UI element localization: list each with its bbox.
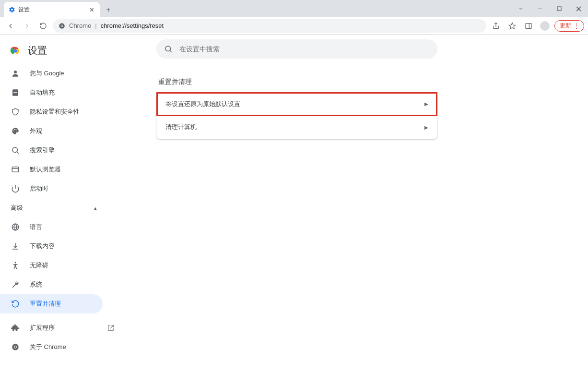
sidebar-item-default-browser[interactable]: 默认浏览器	[0, 160, 123, 179]
svg-point-13	[14, 71, 17, 73]
row-cleanup-computer[interactable]: 清理计算机 ▶	[157, 116, 437, 139]
row-restore-defaults[interactable]: 将设置还原为原始默认设置 ▶	[157, 93, 437, 116]
power-icon	[11, 184, 20, 193]
sidebar-item-label: 系统	[30, 280, 42, 289]
sidebar-item-system[interactable]: 系统	[0, 275, 123, 294]
maximize-button[interactable]	[550, 1, 569, 16]
chrome-icon	[59, 23, 65, 29]
sidebar-item-autofill[interactable]: 自动填充	[0, 83, 123, 102]
sidebar-item-onstartup[interactable]: 启动时	[0, 179, 123, 198]
settings-header: 设置	[0, 41, 123, 64]
gear-icon	[9, 6, 15, 13]
chevron-right-icon: ▶	[424, 125, 428, 130]
search-icon	[11, 146, 20, 155]
extension-icon	[11, 324, 20, 332]
wrench-icon	[11, 280, 20, 289]
close-icon[interactable]: ✕	[88, 6, 95, 13]
settings-search[interactable]	[156, 39, 437, 59]
close-window-button[interactable]	[569, 1, 588, 16]
search-icon	[164, 45, 173, 53]
sidebar-item-label: 启动时	[30, 184, 48, 193]
row-label: 将设置还原为原始默认设置	[165, 100, 240, 108]
sidebar-item-you-and-google[interactable]: 您与 Google	[0, 64, 123, 83]
sidebar-item-label: 扩展程序	[30, 324, 55, 332]
sidebar-item-label: 外观	[30, 127, 42, 135]
svg-point-29	[15, 262, 16, 264]
browser-toolbar: Chrome | chrome://settings/reset 更新 ⋮	[0, 17, 588, 35]
shield-icon	[11, 108, 20, 116]
sidebar-item-extensions[interactable]: 扩展程序	[0, 318, 123, 337]
sidebar-item-privacy[interactable]: 隐私设置和安全性	[0, 102, 123, 121]
section-title: 重置并清理	[158, 78, 588, 86]
chevron-down-icon[interactable]	[511, 1, 530, 16]
svg-point-6	[61, 25, 63, 27]
browser-icon	[11, 165, 20, 174]
sidebar-item-accessibility[interactable]: 无障碍	[0, 256, 123, 275]
address-separator: |	[95, 22, 96, 29]
sidebar-item-search-engine[interactable]: 搜索引擎	[0, 141, 123, 160]
settings-title: 设置	[28, 44, 47, 57]
svg-point-18	[14, 129, 15, 130]
update-label: 更新	[560, 22, 571, 30]
svg-point-21	[12, 147, 18, 153]
chrome-mono-icon	[11, 343, 20, 351]
settings-main: 重置并清理 将设置还原为原始默认设置 ▶ 清理计算机 ▶	[123, 35, 588, 372]
svg-point-17	[13, 131, 14, 132]
menu-dots-icon: ⋮	[573, 23, 580, 29]
new-tab-button[interactable]: ＋	[102, 3, 115, 16]
sidebar-item-label: 无障碍	[30, 261, 48, 270]
sidebar-item-about[interactable]: 关于 Chrome	[0, 337, 123, 357]
svg-rect-23	[12, 167, 19, 172]
sidebar-item-reset[interactable]: 重置并清理	[0, 294, 103, 313]
row-label: 清理计算机	[165, 123, 197, 132]
globe-icon	[11, 223, 20, 231]
side-panel-icon[interactable]	[522, 19, 535, 33]
svg-rect-9	[526, 23, 531, 28]
svg-point-20	[16, 131, 17, 132]
sidebar-item-label: 关于 Chrome	[30, 343, 66, 351]
sidebar-item-appearance[interactable]: 外观	[0, 121, 123, 141]
back-button[interactable]	[4, 19, 17, 33]
autofill-icon	[11, 88, 20, 97]
svg-marker-8	[509, 23, 515, 29]
sidebar-item-downloads[interactable]: 下载内容	[0, 237, 123, 256]
restore-icon	[11, 300, 20, 308]
sidebar-item-languages[interactable]: 语言	[0, 217, 123, 237]
browser-tabbar: 设置 ✕ ＋	[0, 0, 588, 17]
sidebar-item-label: 下载内容	[30, 242, 55, 251]
reset-card: 将设置还原为原始默认设置 ▶ 清理计算机 ▶	[156, 92, 437, 139]
sidebar-advanced-toggle[interactable]: 高级 ▴	[0, 198, 123, 217]
sidebar-item-label: 语言	[30, 223, 42, 231]
svg-point-12	[14, 49, 17, 52]
settings-sidebar: 设置 您与 Google 自动填充 隐私设置和安全性 外观 搜索引擎 默认浏览器	[0, 35, 123, 372]
palette-icon	[11, 127, 20, 135]
reload-button[interactable]	[36, 19, 50, 33]
tab-title: 设置	[18, 6, 85, 14]
forward-button[interactable]	[20, 19, 34, 33]
share-icon[interactable]	[489, 19, 503, 33]
settings-search-input[interactable]	[179, 45, 430, 53]
chevron-right-icon: ▶	[424, 101, 428, 107]
profile-avatar[interactable]	[538, 19, 552, 33]
sidebar-item-label: 默认浏览器	[30, 165, 61, 174]
update-button[interactable]: 更新 ⋮	[554, 20, 584, 32]
sidebar-item-label: 重置并清理	[30, 300, 61, 308]
address-url: chrome://settings/reset	[101, 22, 164, 29]
accessibility-icon	[11, 261, 20, 270]
minimize-button[interactable]	[530, 1, 550, 16]
svg-line-34	[170, 50, 172, 52]
sidebar-item-label: 隐私设置和安全性	[30, 108, 80, 116]
address-bar[interactable]: Chrome | chrome://settings/reset	[53, 19, 486, 33]
svg-point-32	[14, 346, 16, 348]
svg-rect-15	[13, 91, 17, 92]
address-product: Chrome	[69, 22, 91, 29]
svg-point-33	[165, 46, 171, 51]
sidebar-item-label: 搜索引擎	[30, 146, 55, 155]
window-controls	[511, 0, 588, 17]
advanced-label: 高级	[11, 204, 23, 212]
open-external-icon	[107, 324, 114, 331]
bookmark-icon[interactable]	[506, 19, 519, 33]
browser-tab-active[interactable]: 设置 ✕	[4, 2, 100, 17]
svg-line-22	[17, 152, 19, 154]
svg-rect-16	[13, 92, 17, 93]
